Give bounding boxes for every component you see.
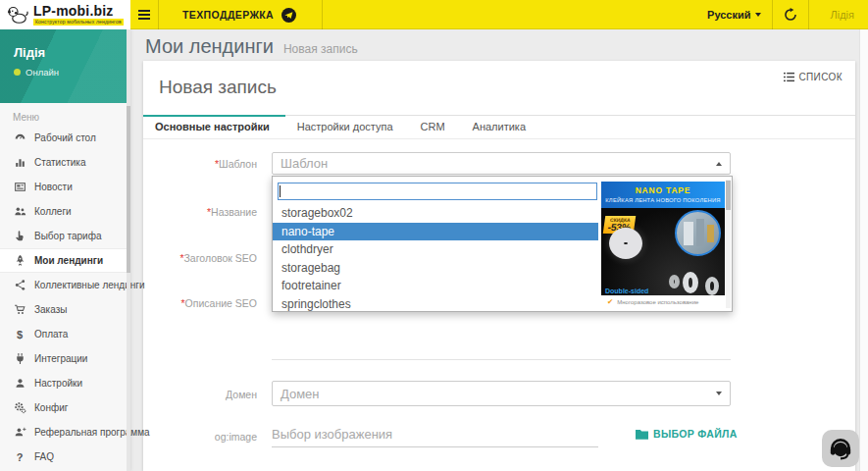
rocket-icon [13, 254, 26, 268]
breadcrumb-sub: Новая запись [283, 42, 358, 56]
sidebar-item-desktop[interactable]: Рабочий стол [0, 126, 130, 150]
name-field-label: *Название [143, 206, 257, 218]
sidebar-item-label: Выбор тарифа [34, 231, 101, 241]
hamburger-menu-icon[interactable] [130, 0, 159, 29]
sidebar-item-payment[interactable]: $ Оплата [0, 322, 130, 346]
breadcrumb: Мои лендинги Новая запись [145, 35, 358, 58]
page-title: Мои лендинги [145, 35, 274, 58]
refresh-icon [784, 8, 797, 22]
sidebar-item-orders[interactable]: Заказы [0, 297, 130, 322]
tab-analytics[interactable]: Аналитика [461, 116, 541, 138]
option-springclothes[interactable]: springclothes [273, 295, 598, 313]
preview-caption: Double-sided [605, 288, 648, 294]
user-icon [13, 377, 26, 391]
refresh-button[interactable] [784, 8, 797, 22]
og-image-field-label: og:image [143, 431, 257, 443]
new-record-card: Новая запись СПИСОК Основные настройки Н… [143, 61, 855, 471]
divider [808, 0, 809, 29]
colleagues-icon [13, 205, 26, 219]
template-dropdown-panel: storagebox02 nano-tape clothdryer storag… [272, 176, 733, 312]
logo[interactable]: LP-mobi.biz Конструктор мобильных лендин… [0, 0, 130, 29]
online-status-dot [14, 69, 21, 76]
sidebar-item-faq[interactable]: ? FAQ [0, 445, 130, 469]
domain-select[interactable]: Домен [272, 381, 731, 406]
news-icon [13, 181, 26, 194]
sidebar-item-config[interactable]: Конфиг [0, 395, 130, 420]
sidebar-item-referral[interactable]: Реферальная программа [0, 420, 130, 445]
template-options-list: storagebox02 nano-tape clothdryer storag… [273, 204, 598, 312]
sidebar-item-my-landings[interactable]: Мои лендинги [0, 248, 130, 273]
sidebar-item-label: Заказы [34, 304, 67, 315]
og-image-input[interactable] [272, 422, 598, 447]
divider [772, 0, 773, 29]
template-select[interactable]: Шаблон [272, 152, 731, 175]
preview-banner-header: NANO TAPE КЛЕЙКАЯ ЛЕНТА НОВОГО ПОКОЛЕНИЯ [601, 182, 725, 208]
sidebar-item-colleagues[interactable]: Коллеги [0, 199, 130, 224]
dropdown-scrollbar[interactable] [726, 180, 731, 308]
sidebar-scrollbar[interactable] [127, 29, 130, 471]
seo-description-field-label: *Описание SEO [143, 297, 257, 309]
domain-field-label: Домен [143, 389, 257, 400]
preview-feature-row: ✔ Многоразовое использование [601, 295, 725, 309]
choose-file-button[interactable]: ВЫБОР ФАЙЛА [636, 428, 738, 440]
preview-title: NANO TAPE [601, 182, 725, 195]
tape-curl-graphic [705, 277, 719, 295]
sidebar-item-collective-landings[interactable]: Коллективные лендинги [0, 273, 130, 297]
seo-title-field-label: *Заголовок SEO [143, 252, 257, 264]
sidebar: Лідія Онлайн Меню Рабочий стол Статистик… [0, 29, 130, 471]
card-title: Новая запись [159, 77, 277, 98]
stats-icon [13, 156, 26, 170]
template-search-input[interactable] [278, 183, 597, 200]
sidebar-item-statistics[interactable]: Статистика [0, 150, 130, 175]
option-storagebox02[interactable]: storagebox02 [273, 204, 598, 223]
telegram-icon [281, 8, 296, 23]
menu-section-label: Меню [13, 112, 130, 123]
tab-main-settings[interactable]: Основные настройки [143, 116, 285, 138]
question-icon: ? [13, 450, 26, 464]
folder-icon [636, 428, 648, 440]
username-button[interactable]: Лідія [831, 9, 854, 21]
check-icon: ✔ [607, 298, 613, 306]
logo-title: LP-mobi.biz [33, 4, 124, 18]
list-button[interactable]: СПИСОК [784, 72, 842, 82]
sidebar-item-label: Статистика [34, 157, 86, 168]
sidebar-item-label: Коллеги [34, 206, 72, 217]
photo-inset-circle [675, 210, 721, 256]
profile-status: Онлайн [14, 67, 59, 78]
language-selector[interactable]: Русский [707, 9, 760, 21]
sidebar-item-label: Оплата [34, 329, 68, 340]
language-label: Русский [707, 9, 750, 21]
option-clothdryer[interactable]: clothdryer [273, 240, 598, 259]
chevron-up-icon [716, 162, 722, 166]
field-underline [272, 359, 731, 360]
hand-pointer-icon [13, 230, 26, 243]
sidebar-item-tariff[interactable]: Выбор тарифа [0, 224, 130, 248]
list-button-label: СПИСОК [798, 72, 842, 82]
tab-bar: Основные настройки Настройки доступа CRM… [143, 115, 855, 139]
support-chat-button[interactable] [822, 430, 859, 467]
sidebar-item-settings[interactable]: Настройки [0, 371, 130, 395]
tab-access-settings[interactable]: Настройки доступа [285, 116, 409, 138]
tech-support-button[interactable]: ТЕХПОДДЕРЖКА [159, 0, 323, 29]
template-preview-image[interactable]: NANO TAPE КЛЕЙКАЯ ЛЕНТА НОВОГО ПОКОЛЕНИЯ… [601, 182, 725, 309]
sidebar-item-label: Рабочий стол [34, 132, 96, 143]
sidebar-item-label: Конфиг [34, 402, 68, 413]
profile-name: Лідія [14, 45, 45, 60]
tape-curl-graphic [683, 272, 698, 293]
plug-icon [13, 352, 26, 366]
profile-header: Лідія Онлайн [0, 29, 130, 103]
option-footretainer[interactable]: footretainer [273, 277, 598, 295]
domain-select-placeholder: Домен [281, 382, 320, 405]
sidebar-item-integrations[interactable]: Интеграции [0, 346, 130, 371]
option-storagebag[interactable]: storagebag [273, 259, 598, 278]
option-nano-tape[interactable]: nano-tape [273, 223, 598, 241]
list-icon [784, 72, 794, 82]
sidebar-item-news[interactable]: Новости [0, 175, 130, 199]
sidebar-item-label: FAQ [34, 451, 54, 462]
dollar-icon: $ [13, 328, 26, 341]
top-bar: LP-mobi.biz Конструктор мобильных лендин… [0, 0, 868, 29]
tab-crm[interactable]: CRM [409, 116, 461, 138]
sidebar-menu: Рабочий стол Статистика Новости Коллеги … [0, 126, 130, 469]
main-content: Мои лендинги Новая запись Новая запись С… [130, 29, 868, 471]
page-scrollbar[interactable] [859, 29, 868, 471]
